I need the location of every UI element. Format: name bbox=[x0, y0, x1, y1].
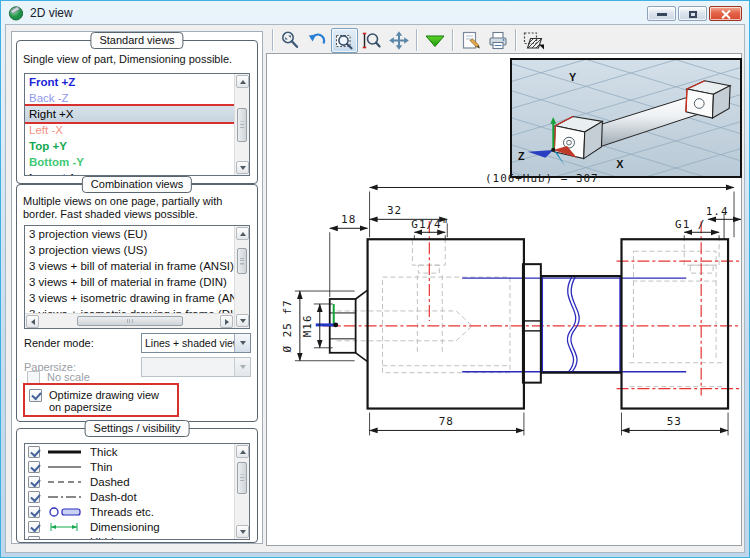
combination-views-listbox[interactable]: 3 projection views (EU) 3 projection vie… bbox=[24, 225, 250, 329]
combination-views-hscrollbar[interactable] bbox=[25, 313, 234, 328]
dialog-client-area: Standard views Single view of part, Dime… bbox=[5, 24, 745, 553]
thread-lines bbox=[462, 277, 686, 372]
close-icon bbox=[721, 10, 731, 19]
dimensioning-icon bbox=[47, 521, 83, 533]
list-item-front-z[interactable]: Front +Z bbox=[25, 74, 234, 90]
setting-label: Hidden bbox=[90, 536, 126, 540]
scroll-right-icon[interactable] bbox=[220, 315, 233, 328]
list-item-left-x[interactable]: Left -X bbox=[25, 122, 234, 138]
toolbar-separator bbox=[515, 29, 516, 51]
zoom-measure-icon bbox=[361, 30, 382, 51]
undo-icon bbox=[307, 30, 328, 51]
zoom-window-button[interactable] bbox=[331, 28, 358, 53]
toolbar-separator bbox=[416, 29, 417, 51]
list-item-bottom-y[interactable]: Bottom -Y bbox=[25, 154, 234, 170]
close-button[interactable] bbox=[709, 6, 742, 21]
dim-total-label: (106+Hub) = 307 bbox=[485, 172, 599, 185]
standard-views-listbox[interactable]: Front +Z Back -Z Right +X Left -X Top +Y… bbox=[24, 73, 250, 176]
toolbar-separator bbox=[452, 29, 453, 51]
print-icon bbox=[487, 30, 509, 51]
scrollbar-thumb[interactable] bbox=[237, 108, 247, 142]
setting-row-dashed[interactable]: Dashed bbox=[25, 474, 234, 489]
scroll-up-icon[interactable] bbox=[236, 75, 249, 88]
render-mode-combobox[interactable]: Lines + shaded view bbox=[141, 333, 251, 353]
scroll-up-icon[interactable] bbox=[236, 227, 249, 240]
copy-to-clipboard-button[interactable] bbox=[520, 28, 547, 53]
group-title-settings: Settings / visibility bbox=[85, 420, 190, 437]
setting-row-dash-dot[interactable]: Dash-dot bbox=[25, 489, 234, 504]
optimize-annotation-box: Optimize drawing view on papersize bbox=[23, 383, 179, 417]
settings-listbox[interactable]: Thick Thin Dashed bbox=[24, 443, 250, 540]
setting-row-hidden[interactable]: Hidden bbox=[25, 534, 234, 539]
list-item-back-z[interactable]: Back -Z bbox=[25, 90, 234, 106]
scroll-up-icon[interactable] bbox=[236, 445, 249, 458]
drawing-toolbar bbox=[272, 27, 547, 53]
list-item-bom-din[interactable]: 3 views + bill of material in frame (DIN… bbox=[25, 274, 234, 290]
scroll-left-icon[interactable] bbox=[26, 315, 39, 328]
dimensioning-checkbox[interactable] bbox=[28, 521, 40, 533]
toolbar-handle bbox=[272, 29, 273, 51]
standard-views-scrollbar[interactable] bbox=[234, 74, 249, 175]
scroll-down-icon[interactable] bbox=[236, 525, 249, 538]
thin-checkbox[interactable] bbox=[28, 461, 40, 473]
dim-dia-label: Ø 25 f7 bbox=[281, 299, 294, 352]
print-button[interactable] bbox=[484, 28, 511, 53]
zoom-factor-icon bbox=[280, 30, 301, 51]
list-item-isometric[interactable]: Isometric bbox=[25, 170, 234, 175]
group-settings-visibility: Settings / visibility Thick Thin bbox=[16, 428, 258, 543]
dim-g14-label: G1/4" bbox=[411, 218, 449, 231]
dim-32-label: 32 bbox=[387, 204, 402, 217]
setting-label: Dashed bbox=[90, 476, 130, 488]
setting-row-thick[interactable]: Thick bbox=[25, 444, 234, 459]
center-lines bbox=[323, 221, 739, 395]
setting-label: Thin bbox=[90, 461, 112, 473]
setting-label: Dash-dot bbox=[90, 491, 137, 503]
papersize-combobox bbox=[141, 357, 251, 377]
undo-button[interactable] bbox=[304, 28, 331, 53]
hidden-checkbox[interactable] bbox=[28, 536, 40, 540]
titlebar[interactable]: 2D view bbox=[2, 2, 748, 24]
dim-m16-label: M16 bbox=[301, 315, 314, 338]
scroll-down-icon[interactable] bbox=[236, 161, 249, 174]
drawing-canvas[interactable]: Y Z X bbox=[266, 53, 742, 546]
group-combination-views: Combination views Multiple views on one … bbox=[16, 184, 258, 422]
setting-row-thin[interactable]: Thin bbox=[25, 459, 234, 474]
list-item-3proj-us[interactable]: 3 projection views (US) bbox=[25, 242, 234, 258]
dim-18-label: 18 bbox=[341, 213, 356, 226]
scrollbar-thumb[interactable] bbox=[237, 248, 247, 274]
thick-checkbox[interactable] bbox=[28, 446, 40, 458]
dashed-checkbox[interactable] bbox=[28, 476, 40, 488]
threads-checkbox[interactable] bbox=[28, 506, 40, 518]
scrollbar-thumb[interactable] bbox=[77, 316, 183, 326]
thick-line-icon bbox=[47, 446, 83, 458]
list-item-iso-ansi[interactable]: 3 views + isometric drawing in frame (AN… bbox=[25, 290, 234, 306]
pan-icon bbox=[388, 30, 410, 51]
combination-views-vscrollbar[interactable] bbox=[234, 226, 249, 328]
optimize-checkbox[interactable] bbox=[29, 389, 42, 402]
list-item-top-y[interactable]: Top +Y bbox=[25, 138, 234, 154]
setting-row-dimensioning[interactable]: Dimensioning bbox=[25, 519, 234, 534]
pan-button[interactable] bbox=[385, 28, 412, 53]
zoom-window-icon bbox=[334, 30, 355, 51]
setting-row-threads[interactable]: Threads etc. bbox=[25, 504, 234, 519]
dash-dot-checkbox[interactable] bbox=[28, 491, 40, 503]
technical-drawing: (106+Hub) = 307 32 18 G1/4" G1 / 1.4 78 … bbox=[267, 54, 741, 545]
list-item-bom-ansi[interactable]: 3 views + bill of material in frame (ANS… bbox=[25, 258, 234, 274]
settings-scrollbar[interactable] bbox=[234, 444, 249, 539]
list-item-3proj-eu[interactable]: 3 projection views (EU) bbox=[25, 226, 234, 242]
list-item-right-x[interactable]: Right +X bbox=[25, 106, 234, 122]
scrollbar-thumb[interactable] bbox=[237, 462, 247, 494]
zoom-factor-button[interactable] bbox=[277, 28, 304, 53]
minimize-button[interactable] bbox=[647, 6, 676, 21]
maximize-button[interactable] bbox=[678, 6, 707, 21]
thin-line-icon bbox=[47, 461, 83, 473]
chevron-down-icon[interactable] bbox=[234, 334, 250, 352]
fit-view-button[interactable] bbox=[421, 28, 448, 53]
page-setup-button[interactable] bbox=[457, 28, 484, 53]
group-title-combination-views: Combination views bbox=[82, 176, 192, 193]
setting-label: Dimensioning bbox=[90, 521, 160, 533]
scroll-down-icon[interactable] bbox=[236, 314, 249, 327]
list-item-iso-din[interactable]: 3 views + isometric drawing in frame (DI… bbox=[25, 306, 234, 313]
copy-to-clipboard-icon bbox=[522, 30, 545, 51]
zoom-measure-button[interactable] bbox=[358, 28, 385, 53]
